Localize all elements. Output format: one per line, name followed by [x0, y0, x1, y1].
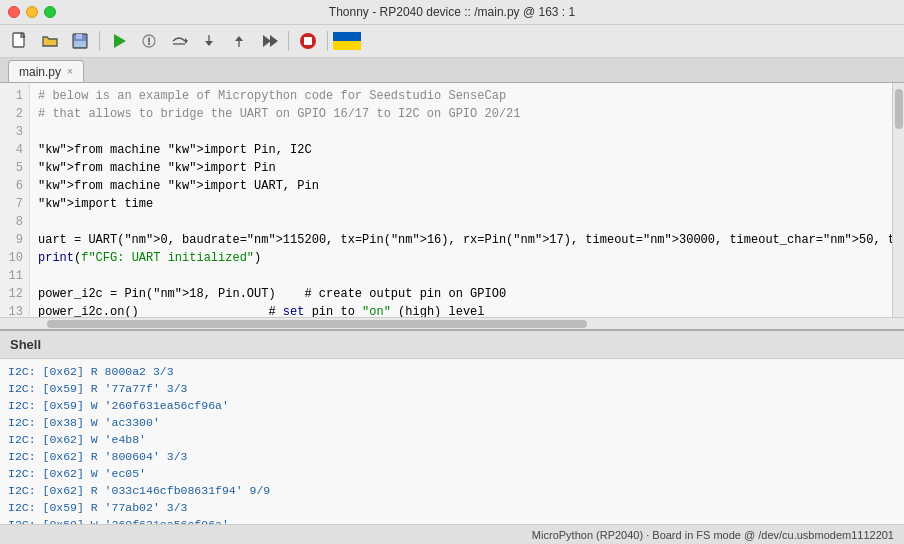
resume-button[interactable] [255, 27, 283, 55]
code-editor[interactable]: # below is an example of Micropython cod… [30, 83, 892, 317]
window-title: Thonny - RP2040 device :: /main.py @ 163… [329, 5, 575, 19]
svg-rect-3 [74, 41, 86, 47]
statusbar: MicroPython (RP2040) · Board in FS mode … [0, 524, 904, 544]
open-button[interactable] [36, 27, 64, 55]
editor[interactable]: 1234567891011121314 # below is an exampl… [0, 83, 904, 317]
close-button[interactable] [8, 6, 20, 18]
separator-1 [99, 31, 100, 51]
tab-label: main.py [19, 65, 61, 79]
tab-main-py[interactable]: main.py × [8, 60, 84, 82]
hscrollbar-thumb[interactable] [47, 320, 587, 328]
traffic-lights [8, 6, 56, 18]
editor-container: 1234567891011121314 # below is an exampl… [0, 83, 904, 329]
shell-header: Shell [0, 331, 904, 359]
separator-2 [288, 31, 289, 51]
titlebar: Thonny - RP2040 device :: /main.py @ 163… [0, 0, 904, 25]
flag-button[interactable] [333, 27, 361, 55]
svg-marker-7 [185, 38, 188, 44]
run-button[interactable] [105, 27, 133, 55]
save-button[interactable] [66, 27, 94, 55]
stop-button[interactable] [294, 27, 322, 55]
separator-3 [327, 31, 328, 51]
shell-output[interactable]: I2C: [0x62] R 8000a2 3/3I2C: [0x59] R '7… [0, 359, 904, 524]
status-text: MicroPython (RP2040) · Board in FS mode … [532, 529, 894, 541]
svg-rect-14 [333, 32, 361, 41]
svg-point-6 [148, 43, 150, 45]
debug-button[interactable] [135, 27, 163, 55]
tabbar: main.py × [0, 58, 904, 83]
svg-marker-4 [114, 34, 126, 48]
tab-close-button[interactable]: × [67, 66, 73, 77]
shell-label: Shell [10, 337, 41, 352]
step-out-button[interactable] [225, 27, 253, 55]
vertical-scrollbar[interactable] [892, 83, 904, 317]
line-numbers: 1234567891011121314 [0, 83, 30, 317]
step-into-button[interactable] [195, 27, 223, 55]
shell-panel: Shell I2C: [0x62] R 8000a2 3/3I2C: [0x59… [0, 329, 904, 524]
fullscreen-button[interactable] [44, 6, 56, 18]
svg-marker-9 [235, 36, 243, 41]
svg-marker-8 [205, 41, 213, 46]
svg-rect-2 [76, 34, 82, 39]
svg-marker-11 [270, 35, 278, 47]
svg-rect-13 [304, 37, 312, 45]
scrollbar-thumb[interactable] [895, 89, 903, 129]
svg-marker-10 [263, 35, 271, 47]
horizontal-scrollbar[interactable] [0, 317, 904, 329]
minimize-button[interactable] [26, 6, 38, 18]
new-button[interactable] [6, 27, 34, 55]
toolbar [0, 25, 904, 58]
svg-rect-15 [333, 41, 361, 50]
step-over-button[interactable] [165, 27, 193, 55]
